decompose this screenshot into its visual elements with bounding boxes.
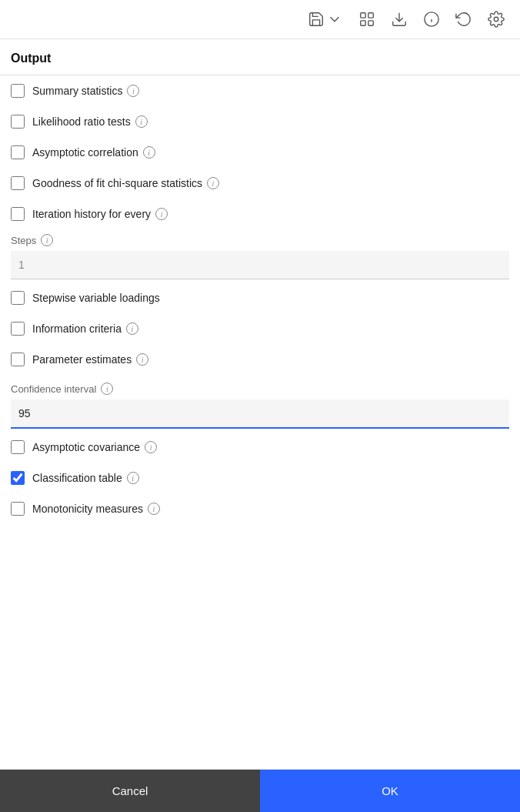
iteration-history-checkbox[interactable] (11, 207, 25, 221)
stepwise-variable-row: Stepwise variable loadings (0, 282, 520, 313)
save-button[interactable] (303, 8, 348, 31)
likelihood-ratio-label[interactable]: Likelihood ratio tests i (32, 115, 148, 128)
history-icon (455, 11, 472, 28)
steps-input[interactable] (11, 251, 509, 279)
svg-rect-0 (361, 13, 365, 18)
stepwise-variable-checkbox[interactable] (11, 291, 25, 305)
monotonicity-measures-label[interactable]: Monotonicity measures i (32, 503, 160, 515)
steps-label: Steps i (11, 234, 509, 246)
svg-rect-1 (368, 13, 373, 18)
cancel-button[interactable]: Cancel (0, 770, 260, 812)
summary-statistics-label[interactable]: Summary statistics i (32, 85, 139, 97)
information-criteria-row: Information criteria i (0, 313, 520, 344)
classification-table-row: Classification table i (0, 463, 520, 493)
goodness-of-fit-info-icon[interactable]: i (207, 177, 219, 189)
steps-info-icon[interactable]: i (41, 234, 53, 246)
svg-point-8 (494, 17, 498, 22)
information-criteria-label[interactable]: Information criteria i (32, 322, 138, 335)
monotonicity-measures-info-icon[interactable]: i (148, 503, 160, 515)
summary-statistics-checkbox[interactable] (11, 84, 25, 98)
likelihood-ratio-checkbox[interactable] (11, 115, 25, 129)
output-title: Output (11, 52, 51, 65)
asymptotic-covariance-label[interactable]: Asymptotic covariance i (32, 441, 157, 453)
asymptotic-covariance-checkbox[interactable] (11, 440, 25, 454)
classification-table-label[interactable]: Classification table i (32, 472, 139, 484)
history-button[interactable] (451, 8, 477, 31)
output-header: Output (0, 39, 520, 75)
chevron-down-icon (326, 11, 343, 28)
toolbar (0, 0, 520, 39)
parameter-estimates-row: Parameter estimates i (0, 344, 520, 375)
goodness-of-fit-row: Goodness of fit chi-square statistics i (0, 168, 520, 199)
connect-icon (358, 11, 375, 28)
monotonicity-measures-checkbox[interactable] (11, 502, 25, 516)
download-icon (391, 11, 408, 28)
svg-rect-2 (361, 21, 365, 25)
parameter-estimates-info-icon[interactable]: i (136, 353, 148, 366)
goodness-of-fit-checkbox[interactable] (11, 176, 25, 190)
monotonicity-measures-row: Monotonicity measures i (0, 493, 520, 524)
confidence-interval-input[interactable] (11, 399, 509, 429)
svg-rect-3 (368, 21, 373, 25)
save-icon (308, 11, 325, 28)
information-criteria-info-icon[interactable]: i (126, 322, 138, 335)
goodness-of-fit-label[interactable]: Goodness of fit chi-square statistics i (32, 177, 219, 189)
iteration-history-label[interactable]: Iteration history for every i (32, 208, 168, 220)
parameter-estimates-checkbox[interactable] (11, 353, 25, 366)
connect-button[interactable] (354, 8, 380, 31)
information-criteria-checkbox[interactable] (11, 322, 25, 336)
ok-button[interactable]: OK (260, 770, 520, 812)
download-button[interactable] (386, 8, 412, 31)
stepwise-variable-label[interactable]: Stepwise variable loadings (32, 292, 160, 304)
steps-section: Steps i (0, 229, 520, 282)
info-button[interactable] (418, 8, 445, 31)
confidence-interval-info-icon[interactable]: i (101, 383, 113, 395)
asymptotic-covariance-info-icon[interactable]: i (145, 441, 157, 453)
confidence-interval-label: Confidence interval i (11, 383, 509, 395)
summary-statistics-info-icon[interactable]: i (127, 85, 139, 97)
asymptotic-correlation-row: Asymptotic correlation i (0, 137, 520, 168)
footer: Cancel OK (0, 769, 520, 812)
settings-icon (488, 11, 505, 28)
info-circle-icon (423, 11, 440, 28)
main-content: Output Summary statistics i Likelihood r… (0, 39, 520, 769)
summary-statistics-row: Summary statistics i (0, 75, 520, 106)
settings-button[interactable] (483, 8, 509, 31)
iteration-history-info-icon[interactable]: i (155, 208, 168, 220)
likelihood-ratio-info-icon[interactable]: i (135, 115, 148, 128)
parameter-estimates-label[interactable]: Parameter estimates i (32, 353, 148, 366)
asymptotic-correlation-label[interactable]: Asymptotic correlation i (32, 146, 155, 159)
classification-table-info-icon[interactable]: i (127, 472, 139, 484)
iteration-history-row: Iteration history for every i (0, 199, 520, 229)
likelihood-ratio-row: Likelihood ratio tests i (0, 106, 520, 137)
asymptotic-covariance-row: Asymptotic covariance i (0, 432, 520, 463)
asymptotic-correlation-checkbox[interactable] (11, 145, 25, 159)
classification-table-checkbox[interactable] (11, 471, 25, 485)
confidence-interval-section: Confidence interval i (0, 375, 520, 432)
asymptotic-correlation-info-icon[interactable]: i (143, 146, 155, 159)
